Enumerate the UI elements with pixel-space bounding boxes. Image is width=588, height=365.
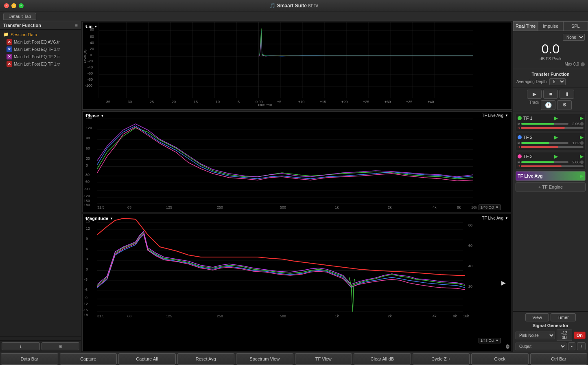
max-label: Max 0.0 xyxy=(564,62,579,66)
phase-dropdown[interactable]: ▼ xyxy=(101,114,104,118)
toolbar-capture-all[interactable]: Capture All xyxy=(118,353,176,365)
signal-type-select[interactable]: Pink Noise xyxy=(516,332,555,339)
svg-text:-60: -60 xyxy=(84,180,90,184)
impulse-dropdown[interactable]: ▼ xyxy=(94,25,98,29)
toolbar-cycle-z[interactable]: Cycle Z + xyxy=(413,353,470,365)
session-data-row[interactable]: 📁 Session Data xyxy=(0,31,81,38)
signal-generator-title: Signal Generator xyxy=(516,323,586,328)
phase-resolution[interactable]: 1/48 Oct ▼ xyxy=(479,204,501,210)
svg-text:80: 80 xyxy=(468,223,472,227)
sidebar-menu-icon[interactable]: ≡ xyxy=(75,23,78,28)
toolbar-reset-avg[interactable]: Reset Avg xyxy=(177,353,235,365)
minus-btn[interactable]: - xyxy=(568,342,575,350)
tab-realtime[interactable]: Real Time xyxy=(513,21,538,31)
right-panel: Real Time Impulse SPL None 0.0 dB FS Pea… xyxy=(513,21,588,352)
svg-text:-15: -15 xyxy=(83,308,88,312)
tf-section-title: Transfer Function xyxy=(516,72,585,77)
svg-text:40: 40 xyxy=(90,41,94,45)
tf-live-avg-channel[interactable]: TF Live Avg ▶ xyxy=(516,171,586,181)
svg-text:500: 500 xyxy=(280,314,286,318)
sidebar-header: Transfer Function ≡ xyxy=(0,21,81,30)
tf3-dot-end xyxy=(580,161,584,164)
tf3-header: TF 3 ▶ ▶ xyxy=(518,154,584,159)
x-icon-blue: ✕ xyxy=(7,46,12,52)
maximize-button[interactable]: + xyxy=(19,3,24,8)
tf2-play-btn[interactable]: ▶ xyxy=(554,134,558,140)
list-item[interactable]: ✕ Main Left Post EQ AVG.tr xyxy=(0,38,81,46)
svg-text:+20: +20 xyxy=(341,100,348,104)
item-label: Main Left Post EQ TF 3.tr xyxy=(14,47,60,52)
tf3-r-slider[interactable] xyxy=(521,165,584,167)
magnitude-live-avg-dropdown[interactable]: ▼ xyxy=(505,216,508,220)
avg-depth-select[interactable]: 5 xyxy=(549,78,566,85)
minimize-button[interactable]: − xyxy=(11,3,16,8)
tab-impulse[interactable]: Impulse xyxy=(538,21,563,31)
svg-text:-35: -35 xyxy=(105,100,110,104)
impulse-close-btn[interactable]: ✕ xyxy=(84,24,87,29)
svg-text:-120: -120 xyxy=(83,194,90,198)
svg-text:-5: -5 xyxy=(236,100,240,104)
svg-text:20: 20 xyxy=(90,47,94,51)
magnitude-chart: ✕ Magnitude ▼ TF Live Avg ▼ ⚙ ▶ 15 12 9 … xyxy=(82,214,512,351)
magnitude-arrow-btn[interactable]: ▶ xyxy=(501,279,506,286)
tf3-expand-btn[interactable]: ▶ xyxy=(580,154,584,159)
tf1-m-slider[interactable] xyxy=(521,123,568,125)
tf2-m-slider[interactable] xyxy=(521,142,568,144)
close-button[interactable]: ✕ xyxy=(4,3,9,8)
plus-btn[interactable]: + xyxy=(577,342,586,350)
add-tf-btn[interactable]: + TF Engine xyxy=(516,182,586,191)
list-item[interactable]: ✕ Main Left Post EQ TF 3.tr xyxy=(0,46,81,53)
sidebar-info-btn[interactable]: ℹ xyxy=(2,342,40,350)
toolbar-spectrum-view[interactable]: Spectrum View xyxy=(236,353,293,365)
toolbar-ctrl-bar[interactable]: Ctrl Bar xyxy=(530,353,588,365)
toolbar-clock[interactable]: Clock xyxy=(471,353,529,365)
play-btn[interactable]: ▶ xyxy=(527,90,542,99)
on-button[interactable]: On xyxy=(574,332,586,339)
sidebar-add-btn[interactable]: ⊞ xyxy=(42,342,80,350)
phase-title[interactable]: Phase xyxy=(86,113,99,118)
sidebar-list: 📁 Session Data ✕ Main Left Post EQ AVG.t… xyxy=(0,30,81,336)
tf1-play-btn[interactable]: ▶ xyxy=(554,115,558,121)
tf1-expand-btn[interactable]: ▶ xyxy=(580,115,584,121)
list-item[interactable]: ✕ Main Left Post EQ TF 2.tr xyxy=(0,53,81,60)
magnitude-dropdown[interactable]: ▼ xyxy=(110,217,113,220)
svg-text:-20: -20 xyxy=(170,100,176,104)
x-icon-red2: ✕ xyxy=(7,61,12,67)
sidebar-scrollbar[interactable] xyxy=(0,336,81,340)
toolbar-tf-view[interactable]: TF View xyxy=(295,353,352,365)
toolbar-clear-all-db[interactable]: Clear All dB xyxy=(354,353,411,365)
svg-text:3: 3 xyxy=(86,257,88,261)
tf3-label: TF 3 xyxy=(523,154,533,159)
toolbar-capture[interactable]: Capture xyxy=(60,353,117,365)
tf2-r-slider[interactable] xyxy=(521,146,584,148)
signal-db-value[interactable]: -12 dB xyxy=(557,330,572,341)
pause-btn[interactable]: ⏸ xyxy=(560,90,574,99)
settings-btn[interactable]: ⚙ xyxy=(557,100,572,110)
magnitude-title[interactable]: Magnitude xyxy=(86,216,108,221)
tf1-dot xyxy=(518,116,522,120)
clock-btn[interactable]: 🕐 xyxy=(541,100,555,110)
default-tab[interactable]: Default Tab xyxy=(3,13,36,20)
tf3-play-btn[interactable]: ▶ xyxy=(554,154,558,159)
svg-text:-60: -60 xyxy=(87,71,93,75)
timer-btn[interactable]: Timer xyxy=(551,313,576,321)
list-item[interactable]: ✕ Main Left Post EQ TF 1.tr xyxy=(0,60,81,68)
none-select[interactable]: None xyxy=(563,34,585,41)
svg-text:+30: +30 xyxy=(385,100,391,104)
tf2-expand-btn[interactable]: ▶ xyxy=(580,134,584,140)
tf1-name: TF 1 xyxy=(518,116,533,121)
view-btn[interactable]: View xyxy=(525,313,549,321)
output-select[interactable]: Output xyxy=(516,343,566,350)
stop-btn[interactable]: ■ xyxy=(543,90,558,99)
tf1-r-slider[interactable] xyxy=(521,127,584,129)
phase-live-avg-dropdown[interactable]: ▼ xyxy=(505,114,508,117)
magnitude-settings-btn[interactable]: ⚙ xyxy=(505,343,510,349)
bottom-toolbar: Data Bar Capture Capture All Reset Avg S… xyxy=(0,352,588,365)
tf3-m-slider[interactable] xyxy=(521,161,568,163)
magnitude-resolution[interactable]: 1/48 Oct ▼ xyxy=(479,338,501,343)
transport-row: ▶ ■ ⏸ xyxy=(516,90,585,99)
toolbar-data-bar[interactable]: Data Bar xyxy=(1,353,58,365)
tab-spl[interactable]: SPL xyxy=(563,21,588,31)
svg-text:-40: -40 xyxy=(87,65,93,69)
tf3-r-row: R xyxy=(518,164,584,168)
